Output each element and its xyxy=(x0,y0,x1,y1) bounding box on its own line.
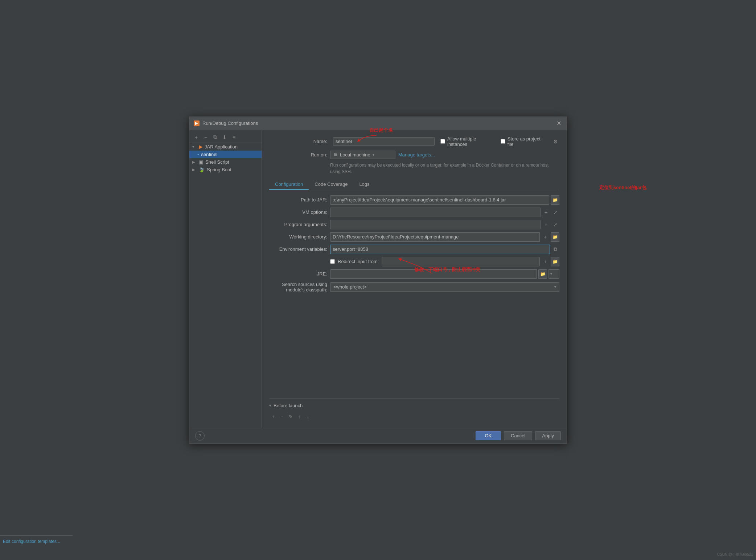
store-project-gear-button[interactable]: ⚙ xyxy=(551,138,559,146)
before-launch-edit-button[interactable]: ✎ xyxy=(287,413,295,421)
jre-dropdown[interactable]: ▾ xyxy=(548,269,559,279)
manage-targets-link[interactable]: Manage targets... xyxy=(398,152,435,158)
redirect-input-label: Redirect input from: xyxy=(338,259,379,264)
vm-options-add-button[interactable]: + xyxy=(542,208,550,216)
program-args-expand-button[interactable]: ⤢ xyxy=(551,221,559,229)
sidebar: + − ⧉ ⬇ ≡ ▾ ▶ JAR Application ▪ sentinel… xyxy=(189,130,262,428)
search-sources-dropdown[interactable]: <whole project> ▾ xyxy=(330,282,559,292)
allow-multiple-label[interactable]: Allow multiple instances xyxy=(440,136,495,147)
program-args-input[interactable] xyxy=(330,220,541,229)
path-to-jar-row: Path to JAR: 📁 定位到sentinel的jar包 xyxy=(269,195,559,205)
name-label: Name: xyxy=(269,139,327,144)
tab-configuration[interactable]: Configuration xyxy=(269,179,309,190)
sidebar-item-spring-boot[interactable]: ▶ 🍃 Spring Boot xyxy=(189,166,262,173)
path-to-jar-label: Path to JAR: xyxy=(269,197,327,203)
program-args-input-wrap: + ⤢ xyxy=(330,220,559,229)
vm-options-row: VM options: + ⤢ xyxy=(269,208,559,217)
sidebar-item-sentinel[interactable]: ▪ sentinel xyxy=(189,151,262,158)
store-project-checkbox[interactable] xyxy=(501,139,505,144)
working-dir-input[interactable] xyxy=(330,232,540,242)
apply-button[interactable]: Apply xyxy=(535,431,561,440)
remove-config-button[interactable]: − xyxy=(202,133,210,141)
bottom-left: ? xyxy=(195,431,205,441)
edit-templates-link[interactable]: Edit configuration templates... xyxy=(3,539,60,544)
before-launch-header: ▾ Before launch xyxy=(269,403,559,408)
before-launch-section: ▾ Before launch + − ✎ ↑ ↓ xyxy=(269,398,559,422)
vm-options-label: VM options: xyxy=(269,209,327,215)
vm-options-input[interactable] xyxy=(330,208,541,217)
expand-arrow-jar: ▾ xyxy=(192,145,197,149)
jre-label: JRE: xyxy=(269,271,327,277)
jar-file-icon: ▪ xyxy=(197,152,199,157)
tab-code-coverage[interactable]: Code Coverage xyxy=(309,179,353,190)
working-dir-row: Working directory: + 📁 xyxy=(269,232,559,242)
before-launch-up-button[interactable]: ↑ xyxy=(295,413,303,421)
before-launch-toolbar: + − ✎ ↑ ↓ xyxy=(269,411,559,422)
redirect-input-checkbox[interactable] xyxy=(330,259,335,264)
run-on-dropdown[interactable]: 🖥 Local machine ▾ xyxy=(330,151,395,159)
before-launch-add-button[interactable]: + xyxy=(269,413,277,421)
jre-input[interactable] xyxy=(330,269,537,279)
dialog-title: Run/Debug Configurations xyxy=(202,120,258,126)
cancel-button[interactable]: Cancel xyxy=(504,431,532,440)
tabs-bar: Configuration Code Coverage Logs xyxy=(269,179,559,190)
env-vars-label: Environment variables: xyxy=(269,246,327,252)
env-vars-copy-button[interactable]: ⧉ xyxy=(551,245,559,253)
sidebar-sentinel-label: sentinel xyxy=(201,152,218,157)
program-args-label: Program arguments: xyxy=(269,222,327,227)
working-dir-browse-button[interactable]: 📁 xyxy=(551,232,559,242)
redirect-input-add-button[interactable]: + xyxy=(541,258,549,266)
path-to-jar-browse-button[interactable]: 📁 xyxy=(551,195,559,205)
redirect-input-browse-button[interactable]: 📁 xyxy=(551,257,559,266)
env-vars-row: Environment variables: ⧉ 修改一下端口号，防止后面冲突 xyxy=(269,245,559,254)
before-launch-label: Before launch xyxy=(274,403,303,408)
copy-config-button[interactable]: ⧉ xyxy=(211,133,219,141)
env-vars-input-wrap: ⧉ xyxy=(330,245,559,254)
sidebar-toolbar: + − ⧉ ⬇ ≡ xyxy=(189,132,262,143)
dialog-body: + − ⧉ ⬇ ≡ ▾ ▶ JAR Application ▪ sentinel… xyxy=(189,130,567,428)
ok-button[interactable]: OK xyxy=(476,431,501,440)
name-input[interactable] xyxy=(333,137,435,146)
search-sources-label: Search sources using module's classpath: xyxy=(269,282,327,293)
redirect-input-input[interactable] xyxy=(382,257,540,266)
title-bar-left: ▶ Run/Debug Configurations xyxy=(194,120,258,126)
jre-dropdown-arrow: ▾ xyxy=(550,272,552,276)
vm-options-expand-button[interactable]: ⤢ xyxy=(551,208,559,216)
search-sources-row: Search sources using module's classpath:… xyxy=(269,282,559,293)
move-config-button[interactable]: ⬇ xyxy=(221,133,229,141)
allow-multiple-checkbox[interactable] xyxy=(440,139,445,144)
vm-options-input-wrap: + ⤢ xyxy=(330,208,559,217)
program-args-row: Program arguments: + ⤢ xyxy=(269,220,559,229)
working-dir-input-wrap: + 📁 xyxy=(330,232,559,242)
dropdown-arrow-icon: ▾ xyxy=(373,153,374,157)
close-button[interactable]: ✕ xyxy=(555,120,562,127)
jre-row: JRE: 📁 ▾ xyxy=(269,269,559,279)
name-annotation: 自己起个名 xyxy=(369,127,393,134)
redirect-input-input-wrap: + 📁 xyxy=(382,257,559,266)
spring-boot-icon: 🍃 xyxy=(199,167,205,172)
jre-input-wrap: 📁 ▾ xyxy=(330,269,559,279)
jre-browse-button[interactable]: 📁 xyxy=(538,269,547,279)
program-args-add-button[interactable]: + xyxy=(542,221,550,229)
bottom-right: OK Cancel Apply xyxy=(476,431,561,440)
sidebar-item-jar-application[interactable]: ▾ ▶ JAR Application xyxy=(189,143,262,151)
sidebar-shell-label: Shell Script xyxy=(205,159,229,165)
watermark: CSDN @小菜鸟69521 xyxy=(717,552,753,557)
sidebar-item-jar-label: JAR Application xyxy=(205,144,238,150)
sort-config-button[interactable]: ≡ xyxy=(230,133,238,141)
path-to-jar-input[interactable] xyxy=(330,195,549,205)
help-button[interactable]: ? xyxy=(195,431,205,441)
sidebar-item-shell-script[interactable]: ▶ ▣ Shell Script xyxy=(189,158,262,166)
expand-arrow-shell: ▶ xyxy=(192,160,197,164)
tab-logs[interactable]: Logs xyxy=(353,179,375,190)
main-panel: Name: 自己起个名 Allow multiple instances xyxy=(262,130,567,428)
jar-application-icon: ▶ xyxy=(199,144,202,150)
store-project-label[interactable]: Store as project file xyxy=(501,136,546,147)
sidebar-spring-label: Spring Boot xyxy=(207,167,231,172)
before-launch-collapse-arrow[interactable]: ▾ xyxy=(269,403,271,408)
working-dir-add-button[interactable]: + xyxy=(541,233,549,241)
before-launch-remove-button[interactable]: − xyxy=(278,413,286,421)
add-config-button[interactable]: + xyxy=(192,133,200,141)
env-vars-input[interactable] xyxy=(330,245,550,254)
before-launch-down-button[interactable]: ↓ xyxy=(304,413,312,421)
